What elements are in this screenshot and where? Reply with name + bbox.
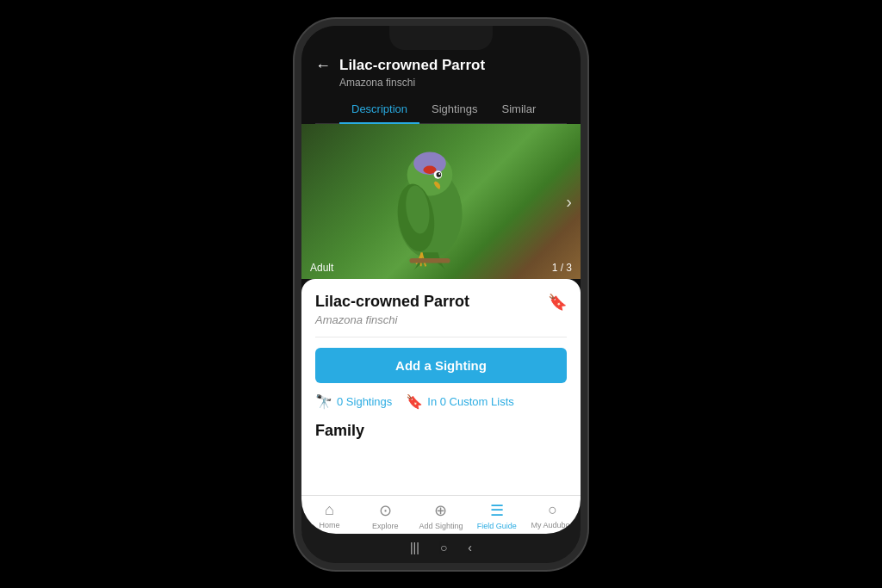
home-bar-home[interactable]: ○ <box>440 541 447 554</box>
svg-point-6 <box>438 173 440 175</box>
species-subtitle: Amazona finschi <box>315 77 567 89</box>
svg-point-3 <box>423 165 436 173</box>
bookmark-button[interactable]: 🔖 <box>548 293 567 312</box>
nav-my-audubon-label: My Audubon <box>531 521 575 529</box>
custom-lists-count: In 0 Custom Lists <box>427 395 513 408</box>
nav-explore[interactable]: ⊙ Explore <box>357 501 413 530</box>
page-title: Lilac-crowned Parrot <box>339 57 485 74</box>
explore-icon: ⊙ <box>379 501 392 520</box>
nav-field-guide-label: Field Guide <box>477 522 517 530</box>
nav-explore-label: Explore <box>372 522 399 530</box>
profile-icon: ○ <box>548 501 557 519</box>
nav-add-sighting-label: Add Sighting <box>419 522 463 530</box>
bottom-navigation: ⌂ Home ⊙ Explore ⊕ Add Sighting ☰ Field … <box>301 495 581 534</box>
phone-device: ← Lilac-crowned Parrot Amazona finschi D… <box>295 19 587 570</box>
card-title-row: Lilac-crowned Parrot 🔖 <box>315 293 567 312</box>
card-species-subtitle: Amazona finschi <box>315 313 567 337</box>
tab-bar: Description Sightings Similar <box>315 96 567 124</box>
home-indicator: ||| ○ ‹ <box>410 541 472 554</box>
binoculars-icon: 🔭 <box>315 393 332 410</box>
next-image-button[interactable]: › <box>566 191 572 211</box>
bird-image-area: Adult 1 / 3 › <box>301 124 581 279</box>
image-label: Adult <box>310 262 333 274</box>
bird-image <box>301 124 581 279</box>
nav-home-label: Home <box>319 521 339 529</box>
family-section-heading: Family <box>315 422 567 440</box>
phone-home-bar: ||| ○ ‹ <box>301 534 581 563</box>
card-species-title: Lilac-crowned Parrot <box>315 293 469 311</box>
image-counter: 1 / 3 <box>552 262 572 274</box>
nav-field-guide[interactable]: ☰ Field Guide <box>469 501 525 530</box>
stats-row: 🔭 0 Sightings 🔖 In 0 Custom Lists <box>315 393 567 410</box>
tab-sightings[interactable]: Sightings <box>419 96 489 124</box>
nav-add-sighting[interactable]: ⊕ Add Sighting <box>413 501 469 530</box>
lists-bookmark-icon: 🔖 <box>406 393 423 410</box>
home-icon: ⌂ <box>325 501 334 519</box>
phone-notch <box>389 26 493 50</box>
sightings-stat[interactable]: 🔭 0 Sightings <box>315 393 392 410</box>
info-card: Lilac-crowned Parrot 🔖 Amazona finschi A… <box>301 279 581 495</box>
field-guide-icon: ☰ <box>490 501 504 520</box>
svg-point-5 <box>437 172 442 177</box>
tab-similar[interactable]: Similar <box>490 96 549 124</box>
sightings-count: 0 Sightings <box>337 395 392 408</box>
nav-home[interactable]: ⌂ Home <box>301 501 357 529</box>
add-sighting-button[interactable]: Add a Sighting <box>315 348 567 383</box>
nav-my-audubon[interactable]: ○ My Audubon <box>525 501 581 529</box>
home-bar-menu[interactable]: ||| <box>410 541 419 554</box>
add-sighting-icon: ⊕ <box>434 501 447 520</box>
custom-lists-stat[interactable]: 🔖 In 0 Custom Lists <box>406 393 513 410</box>
phone-screen: ← Lilac-crowned Parrot Amazona finschi D… <box>301 26 581 534</box>
tab-description[interactable]: Description <box>339 96 419 124</box>
svg-rect-9 <box>409 257 450 263</box>
parrot-illustration <box>374 133 486 270</box>
title-row: ← Lilac-crowned Parrot <box>315 57 567 75</box>
home-bar-back[interactable]: ‹ <box>468 541 472 554</box>
back-button[interactable]: ← <box>315 57 331 75</box>
